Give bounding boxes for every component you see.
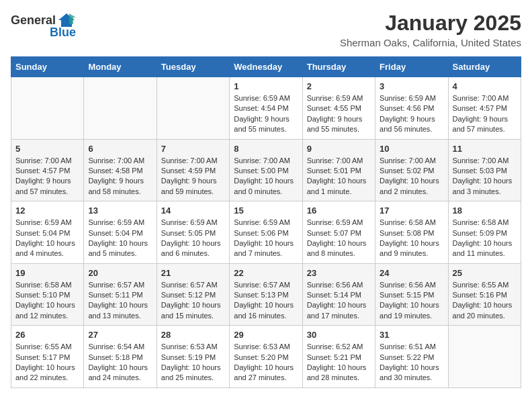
day-info: Sunrise: 6:59 AMSunset: 5:04 PMDaylight:… <box>88 218 152 259</box>
calendar-table: Sunday Monday Tuesday Wednesday Thursday… <box>11 56 521 388</box>
calendar-day-cell: 20Sunrise: 6:57 AMSunset: 5:11 PMDayligh… <box>84 263 157 326</box>
calendar-day-cell <box>157 77 229 140</box>
day-number: 8 <box>234 144 298 154</box>
day-info: Sunrise: 6:58 AMSunset: 5:08 PMDaylight:… <box>380 218 443 259</box>
calendar-day-cell: 27Sunrise: 6:54 AMSunset: 5:18 PMDayligh… <box>84 326 157 388</box>
day-info: Sunrise: 6:59 AMSunset: 5:04 PMDaylight:… <box>15 218 79 259</box>
calendar-day-cell: 25Sunrise: 6:55 AMSunset: 5:16 PMDayligh… <box>448 263 521 326</box>
calendar-day-cell: 2Sunrise: 6:59 AMSunset: 4:55 PMDaylight… <box>302 77 375 140</box>
day-number: 21 <box>161 268 225 278</box>
day-number: 14 <box>161 205 225 216</box>
day-info: Sunrise: 6:57 AMSunset: 5:13 PMDaylight:… <box>234 280 298 322</box>
calendar-day-cell: 7Sunrise: 7:00 AMSunset: 4:59 PMDaylight… <box>157 139 229 201</box>
calendar-day-cell <box>84 77 157 140</box>
day-number: 11 <box>453 144 517 154</box>
day-number: 20 <box>88 268 152 278</box>
day-info: Sunrise: 6:55 AMSunset: 5:17 PMDaylight:… <box>15 342 79 383</box>
day-number: 3 <box>380 81 443 91</box>
calendar-week-row: 26Sunrise: 6:55 AMSunset: 5:17 PMDayligh… <box>11 326 521 388</box>
calendar-day-cell: 24Sunrise: 6:56 AMSunset: 5:15 PMDayligh… <box>375 263 448 326</box>
day-number: 25 <box>453 268 517 278</box>
calendar-subtitle: Sherman Oaks, California, United States <box>340 37 521 48</box>
title-block: January 2025 Sherman Oaks, California, U… <box>340 11 521 48</box>
col-monday: Monday <box>84 57 157 77</box>
day-number: 13 <box>88 205 152 216</box>
calendar-week-row: 19Sunrise: 6:58 AMSunset: 5:10 PMDayligh… <box>11 263 521 326</box>
day-info: Sunrise: 7:00 AMSunset: 4:59 PMDaylight:… <box>161 156 225 197</box>
calendar-day-cell: 29Sunrise: 6:53 AMSunset: 5:20 PMDayligh… <box>230 326 302 388</box>
day-info: Sunrise: 6:52 AMSunset: 5:21 PMDaylight:… <box>307 342 371 383</box>
day-number: 23 <box>307 268 371 278</box>
day-number: 7 <box>161 144 225 154</box>
calendar-day-cell: 5Sunrise: 7:00 AMSunset: 4:57 PMDaylight… <box>11 139 84 201</box>
day-number: 28 <box>161 330 225 340</box>
calendar-title: January 2025 <box>340 11 521 36</box>
day-info: Sunrise: 7:00 AMSunset: 5:02 PMDaylight:… <box>380 156 443 197</box>
day-number: 9 <box>307 144 371 154</box>
day-info: Sunrise: 7:00 AMSunset: 4:57 PMDaylight:… <box>453 93 517 135</box>
svg-marker-1 <box>69 13 76 24</box>
calendar-day-cell: 14Sunrise: 6:59 AMSunset: 5:05 PMDayligh… <box>157 201 229 264</box>
calendar-week-row: 1Sunrise: 6:59 AMSunset: 4:54 PMDaylight… <box>11 77 521 140</box>
day-number: 2 <box>307 81 371 91</box>
logo: General Blue <box>11 11 76 40</box>
calendar-day-cell: 16Sunrise: 6:59 AMSunset: 5:07 PMDayligh… <box>302 201 375 264</box>
calendar-day-cell: 30Sunrise: 6:52 AMSunset: 5:21 PMDayligh… <box>302 326 375 388</box>
col-saturday: Saturday <box>448 57 521 77</box>
page-header: General Blue January 2025 Sherman Oaks, … <box>11 11 521 48</box>
calendar-day-cell <box>448 326 521 388</box>
day-info: Sunrise: 7:00 AMSunset: 4:57 PMDaylight:… <box>15 156 79 197</box>
calendar-day-cell: 19Sunrise: 6:58 AMSunset: 5:10 PMDayligh… <box>11 263 84 326</box>
day-info: Sunrise: 7:00 AMSunset: 4:58 PMDaylight:… <box>88 156 152 197</box>
calendar-day-cell: 12Sunrise: 6:59 AMSunset: 5:04 PMDayligh… <box>11 201 84 264</box>
calendar-day-cell: 26Sunrise: 6:55 AMSunset: 5:17 PMDayligh… <box>11 326 84 388</box>
day-info: Sunrise: 6:59 AMSunset: 5:05 PMDaylight:… <box>161 218 225 259</box>
day-info: Sunrise: 6:59 AMSunset: 5:06 PMDaylight:… <box>234 218 298 259</box>
day-number: 27 <box>88 330 152 340</box>
day-number: 31 <box>380 330 443 340</box>
day-number: 22 <box>234 268 298 278</box>
calendar-day-cell: 18Sunrise: 6:58 AMSunset: 5:09 PMDayligh… <box>448 201 521 264</box>
calendar-day-cell: 3Sunrise: 6:59 AMSunset: 4:56 PMDaylight… <box>375 77 448 140</box>
calendar-day-cell: 8Sunrise: 7:00 AMSunset: 5:00 PMDaylight… <box>230 139 302 201</box>
day-number: 24 <box>380 268 443 278</box>
day-info: Sunrise: 6:51 AMSunset: 5:22 PMDaylight:… <box>380 342 443 383</box>
calendar-day-cell: 9Sunrise: 7:00 AMSunset: 5:01 PMDaylight… <box>302 139 375 201</box>
day-info: Sunrise: 7:00 AMSunset: 5:01 PMDaylight:… <box>307 156 371 197</box>
logo-blue: Blue <box>50 26 76 40</box>
calendar-day-cell: 6Sunrise: 7:00 AMSunset: 4:58 PMDaylight… <box>84 139 157 201</box>
calendar-day-cell <box>11 77 84 140</box>
day-number: 4 <box>453 81 517 91</box>
day-number: 18 <box>453 205 517 216</box>
day-info: Sunrise: 6:59 AMSunset: 4:55 PMDaylight:… <box>307 93 371 135</box>
day-info: Sunrise: 6:56 AMSunset: 5:15 PMDaylight:… <box>380 280 443 322</box>
calendar-day-cell: 1Sunrise: 6:59 AMSunset: 4:54 PMDaylight… <box>230 77 302 140</box>
col-friday: Friday <box>375 57 448 77</box>
day-info: Sunrise: 6:54 AMSunset: 5:18 PMDaylight:… <box>88 342 152 383</box>
day-info: Sunrise: 6:58 AMSunset: 5:09 PMDaylight:… <box>453 218 517 259</box>
calendar-day-cell: 15Sunrise: 6:59 AMSunset: 5:06 PMDayligh… <box>230 201 302 264</box>
day-number: 19 <box>15 268 79 278</box>
day-number: 16 <box>307 205 371 216</box>
day-number: 17 <box>380 205 443 216</box>
day-number: 5 <box>15 144 79 154</box>
day-info: Sunrise: 6:56 AMSunset: 5:14 PMDaylight:… <box>307 280 371 322</box>
calendar-week-row: 12Sunrise: 6:59 AMSunset: 5:04 PMDayligh… <box>11 201 521 264</box>
day-number: 29 <box>234 330 298 340</box>
calendar-day-cell: 22Sunrise: 6:57 AMSunset: 5:13 PMDayligh… <box>230 263 302 326</box>
col-wednesday: Wednesday <box>230 57 302 77</box>
day-number: 6 <box>88 144 152 154</box>
day-info: Sunrise: 6:58 AMSunset: 5:10 PMDaylight:… <box>15 280 79 322</box>
calendar-day-cell: 28Sunrise: 6:53 AMSunset: 5:19 PMDayligh… <box>157 326 229 388</box>
col-thursday: Thursday <box>302 57 375 77</box>
calendar-week-row: 5Sunrise: 7:00 AMSunset: 4:57 PMDaylight… <box>11 139 521 201</box>
day-number: 1 <box>234 81 298 91</box>
day-number: 26 <box>15 330 79 340</box>
calendar-day-cell: 21Sunrise: 6:57 AMSunset: 5:12 PMDayligh… <box>157 263 229 326</box>
day-info: Sunrise: 7:00 AMSunset: 5:03 PMDaylight:… <box>453 156 517 197</box>
calendar-day-cell: 23Sunrise: 6:56 AMSunset: 5:14 PMDayligh… <box>302 263 375 326</box>
logo-general: General <box>11 13 56 28</box>
day-number: 12 <box>15 205 79 216</box>
day-info: Sunrise: 6:57 AMSunset: 5:12 PMDaylight:… <box>161 280 225 322</box>
day-info: Sunrise: 6:59 AMSunset: 4:56 PMDaylight:… <box>380 93 443 135</box>
